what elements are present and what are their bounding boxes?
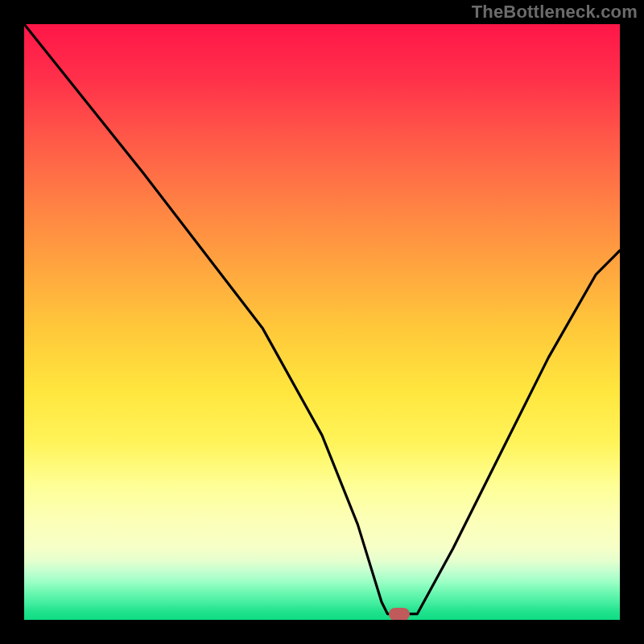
watermark-text: TheBottleneck.com xyxy=(472,2,638,23)
chart-frame: TheBottleneck.com xyxy=(0,0,644,644)
optimal-point-marker xyxy=(389,608,410,620)
plot-area xyxy=(24,24,620,620)
bottleneck-curve-path xyxy=(24,24,620,614)
bottleneck-curve-svg xyxy=(24,24,620,620)
